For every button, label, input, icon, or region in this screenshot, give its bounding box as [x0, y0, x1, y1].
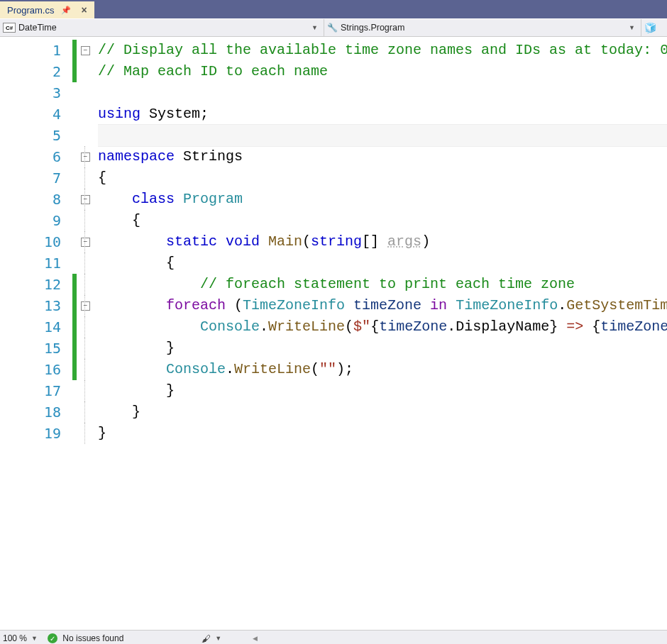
code-line[interactable]: } [98, 338, 667, 359]
fold-guide [84, 189, 85, 210]
chevron-down-icon: ▼ [626, 24, 638, 31]
token: using [98, 106, 149, 122]
code-line[interactable] [98, 125, 667, 146]
code-line[interactable]: } [98, 380, 667, 401]
token: // Map each ID to each name [98, 63, 328, 79]
change-marker [72, 40, 77, 61]
token: $" [353, 318, 370, 335]
change-marker [72, 359, 77, 380]
close-icon[interactable]: × [78, 4, 89, 16]
token: args [387, 233, 421, 250]
check-circle-icon: ✓ [48, 633, 57, 643]
fold-row: − [72, 189, 98, 210]
fold-guide [84, 359, 85, 380]
nav-scope-dropdown[interactable]: 🧊 [641, 19, 667, 36]
token: { [98, 170, 106, 186]
file-tab-label: Program.cs [7, 5, 54, 16]
code-line[interactable]: class Program [98, 189, 667, 210]
code-line[interactable]: using System; [98, 104, 667, 125]
fold-guide [84, 338, 85, 359]
code-line[interactable]: } [98, 401, 667, 423]
fold-toggle-icon[interactable]: − [81, 46, 90, 55]
code-line[interactable] [98, 82, 667, 104]
chevron-down-icon: ▼ [28, 635, 40, 642]
fold-toggle-icon[interactable]: − [81, 152, 90, 162]
token: } [549, 318, 558, 335]
code-text-area[interactable]: // Display all the available time zone n… [98, 37, 667, 630]
token: ); [336, 361, 353, 377]
fold-row [72, 167, 98, 189]
token: WriteLine [268, 318, 345, 335]
token: GetSystemTimeZones [566, 297, 667, 313]
fold-row [72, 401, 98, 423]
fold-guide [84, 423, 85, 444]
token: Console [200, 318, 260, 335]
fold-guide [84, 210, 85, 231]
nav-member-dropdown[interactable]: 🔧 Strings.Program ▼ [324, 19, 641, 36]
fold-margin: −−−−− [72, 37, 98, 630]
token: ( [302, 233, 311, 250]
code-editor[interactable]: 12345678910111213141516171819 −−−−− // D… [0, 37, 667, 630]
token: ) [421, 233, 430, 250]
fold-row [72, 338, 98, 359]
token: TimeZoneInfo [243, 297, 353, 313]
file-tab-program-cs[interactable]: Program.cs 📌 × [0, 1, 94, 18]
line-number: 6 [0, 146, 61, 167]
token: TimeZoneInfo [456, 297, 558, 313]
fold-toggle-icon[interactable]: − [81, 238, 90, 247]
editor-status-bar: 100 % ▼ ✓ No issues found 🖌 ▼ ◀ [0, 630, 667, 644]
token: . [558, 297, 566, 313]
fold-guide [84, 316, 85, 338]
code-line[interactable]: { [98, 252, 667, 274]
token: Program [183, 191, 243, 207]
code-line[interactable]: // Map each ID to each name [98, 61, 667, 82]
token: Strings [183, 148, 243, 165]
line-number: 3 [0, 82, 61, 104]
line-number: 1 [0, 40, 61, 61]
fold-guide [84, 252, 85, 274]
class-icon: 🔧 [327, 23, 338, 33]
token: { [166, 255, 175, 271]
code-line[interactable]: } [98, 423, 667, 444]
scroll-left-icon[interactable]: ◀ [253, 635, 258, 642]
code-line[interactable]: Console.WriteLine($"{timeZone.DisplayNam… [98, 316, 667, 338]
token: timeZone [353, 297, 430, 313]
nav-type-dropdown[interactable]: C# DateTime ▼ [0, 19, 324, 36]
line-number: 9 [0, 210, 61, 231]
code-navigation-bar: C# DateTime ▼ 🔧 Strings.Program ▼ 🧊 [0, 18, 667, 37]
code-line[interactable]: static void Main(string[] args) [98, 231, 667, 252]
change-marker [72, 316, 77, 338]
fold-guide [84, 401, 85, 423]
fold-toggle-icon[interactable]: − [81, 195, 90, 204]
code-line[interactable]: // foreach statement to print each time … [98, 274, 667, 295]
token: string [311, 233, 362, 250]
cleanup-dropdown[interactable]: 🖌 ▼ [202, 633, 224, 644]
token: namespace [98, 148, 183, 165]
fold-guide [84, 167, 85, 189]
code-line[interactable]: Console.WriteLine(""); [98, 359, 667, 380]
change-marker [72, 61, 77, 82]
token: class [132, 191, 183, 207]
line-number: 8 [0, 189, 61, 210]
fold-row [72, 274, 98, 295]
line-number: 5 [0, 125, 61, 146]
token: [] [362, 233, 387, 250]
line-number: 17 [0, 380, 61, 401]
fold-row [72, 252, 98, 274]
code-line[interactable]: // Display all the available time zone n… [98, 40, 667, 61]
code-line[interactable]: namespace Strings [98, 146, 667, 167]
fold-row: − [72, 231, 98, 252]
pin-icon[interactable]: 📌 [58, 6, 74, 15]
code-line[interactable]: { [98, 167, 667, 189]
code-line[interactable]: { [98, 210, 667, 231]
token: Main [268, 233, 302, 250]
line-number: 11 [0, 252, 61, 274]
token: . [226, 361, 234, 377]
code-line[interactable]: foreach (TimeZoneInfo timeZone in TimeZo… [98, 295, 667, 316]
zoom-level-dropdown[interactable]: 100 % ▼ [3, 633, 40, 643]
fold-toggle-icon[interactable]: − [81, 301, 90, 311]
issues-status[interactable]: ✓ No issues found [48, 633, 123, 644]
token: // foreach statement to print each time … [200, 276, 575, 292]
token: } [98, 425, 106, 441]
token: ( [311, 361, 319, 377]
